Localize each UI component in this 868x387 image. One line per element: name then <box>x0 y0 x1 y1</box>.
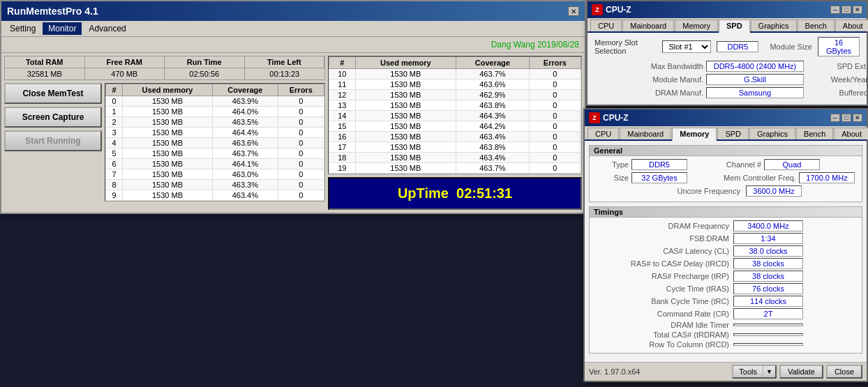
screen-capture-button[interactable]: Screen Capture <box>4 107 102 128</box>
close-memtest-button[interactable]: Close MemTest <box>4 83 102 104</box>
timing-value: 38 clocks <box>733 271 803 282</box>
cpuz2-win-btns: ─ □ ✕ <box>830 114 862 122</box>
timing-label: Total CAS# (tRDRAM) <box>594 331 733 339</box>
uptime-value: 02:51:31 <box>456 185 512 201</box>
stat-value-total-ram: 32581 MB <box>5 68 85 79</box>
cpuz2-tab-mainboard[interactable]: Mainboard <box>620 128 671 139</box>
cpuz2-tab-bench[interactable]: Bench <box>796 128 833 139</box>
stat-value-run-time: 02:50:56 <box>165 68 245 79</box>
menu-advanced[interactable]: Advanced <box>83 22 131 35</box>
cpuz2-title: Z CPU-Z <box>589 112 629 123</box>
module-manuf-value: G.Skill <box>706 74 804 85</box>
table-row: 51530 MB463.7%0 <box>106 149 324 159</box>
timing-label: Row To Column (tRCD) <box>594 340 733 349</box>
cpuz2-tab-about[interactable]: About <box>834 128 868 139</box>
right-th-used: Used memory <box>355 57 456 69</box>
table-row: 71530 MB463.0%0 <box>106 169 324 180</box>
cpuz2-tab-graphics[interactable]: Graphics <box>749 128 795 139</box>
uncore-row: Uncore Frequency 3600.0 MHz <box>594 185 858 197</box>
timing-row: RAS# to CAS# Delay (tRCD)38 clocks <box>594 258 858 269</box>
cpuz2-titlebar: Z CPU-Z ─ □ ✕ <box>585 109 867 126</box>
timing-row: RAS# Precharge (tRP)38 clocks <box>594 271 858 282</box>
cpuz1-tab-spd[interactable]: SPD <box>719 20 750 33</box>
timings-section-title: Timings <box>590 207 862 218</box>
size-label: Size <box>594 174 629 182</box>
uptime-box: UpTime 02:51:31 <box>328 177 582 210</box>
cpuz1-tab-memory[interactable]: Memory <box>675 20 718 31</box>
timing-value: 76 clocks <box>733 283 803 294</box>
right-th-num: # <box>329 57 356 69</box>
cpuz1-titlebar: Z CPU-Z ─ □ ✕ <box>588 1 867 18</box>
user-date: Dang Wang 2019/08/28 <box>491 40 579 50</box>
cpuz2-maximize-button[interactable]: □ <box>841 114 851 122</box>
rmt-menubar: Setting Monitor Advanced <box>1 21 585 37</box>
max-bandwidth-label: Max Bandwidth <box>592 62 703 70</box>
cpuz2-tab-cpu[interactable]: CPU <box>588 128 619 139</box>
stats-row: Total RAM Free RAM Run Time Time Left 32… <box>4 56 325 80</box>
table-row: 41530 MB463.6%0 <box>106 138 324 149</box>
timing-value: 114 clocks <box>733 296 803 307</box>
cpuz2-icon: Z <box>589 112 600 123</box>
rmt-titlebar: RunMemtestPro 4.1 ✕ <box>1 1 585 21</box>
inner-table-wrap: # Used memory Coverage Errors 01530 MB46… <box>105 83 325 202</box>
tools-dropdown[interactable]: Tools ▼ <box>732 365 777 379</box>
table-row: 181530 MB463.4%0 <box>329 153 581 163</box>
timing-value: 1:34 <box>733 233 803 244</box>
cpuz1-tabs: CPU Mainboard Memory SPD Graphics Bench … <box>588 18 867 33</box>
cpuz1-tab-about[interactable]: About <box>835 20 868 31</box>
cpuz1-tab-bench[interactable]: Bench <box>798 20 835 31</box>
cpuz2-tab-spd[interactable]: SPD <box>717 128 749 139</box>
cpuz1-content: Memory Slot Selection Slot #1 DDR5 Modul… <box>588 33 867 105</box>
table-row: 91530 MB463.4%0 <box>106 190 324 201</box>
timing-value <box>733 324 803 326</box>
inner-th-errors: Errors <box>278 84 324 96</box>
table-row: 151530 MB464.2%0 <box>329 121 581 132</box>
cpuz2-footer: Ver. 1.97.0.x64 Tools ▼ Validate Close <box>585 362 867 381</box>
cpuz2-close-button[interactable]: ✕ <box>853 114 862 122</box>
max-bandwidth-value: DDR5-4800 (2400 MHz) <box>706 61 804 72</box>
cpuz1-minimize-button[interactable]: ─ <box>830 6 840 14</box>
right-table: # Used memory Coverage Errors 101530 MB4… <box>329 56 581 174</box>
cpuz1-tab-cpu[interactable]: CPU <box>590 20 622 31</box>
cpuz2-minimize-button[interactable]: ─ <box>830 114 840 122</box>
right-th-coverage: Coverage <box>456 57 530 69</box>
tools-arrow[interactable]: ▼ <box>763 366 775 377</box>
cpuz-window-2: Z CPU-Z ─ □ ✕ CPU Mainboard Memory SPD G… <box>583 108 868 382</box>
rmt-header-bar: Dang Wang 2019/08/28 <box>1 37 585 53</box>
cpuz1-tab-mainboard[interactable]: Mainboard <box>622 20 674 31</box>
right-table-wrap: # Used memory Coverage Errors 101530 MB4… <box>328 56 582 174</box>
timing-value: 2T <box>733 308 803 319</box>
slot-select-row: Memory Slot Selection Slot #1 DDR5 Modul… <box>592 37 862 56</box>
timing-label: CAS# Latency (CL) <box>594 247 733 255</box>
table-row: 131530 MB463.8%0 <box>329 100 581 111</box>
menu-setting[interactable]: Setting <box>4 22 41 35</box>
cpuz2-version: Ver. 1.97.0.x64 <box>589 367 640 376</box>
cpuz2-tab-memory[interactable]: Memory <box>672 128 717 141</box>
week-year-label: Week/Year <box>812 75 868 84</box>
timing-row: Command Rate (CR)2T <box>594 308 858 319</box>
general-section-title: General <box>590 146 862 156</box>
tools-button[interactable]: Tools <box>733 366 763 377</box>
table-row: 61530 MB464.1%0 <box>106 159 324 169</box>
timing-row: CAS# Latency (CL)38.0 clocks <box>594 245 858 257</box>
cpuz1-tab-graphics[interactable]: Graphics <box>751 20 797 31</box>
cpuz1-maximize-button[interactable]: □ <box>841 6 851 14</box>
menu-monitor[interactable]: Monitor <box>43 22 82 35</box>
table-row: 31530 MB464.4%0 <box>106 128 324 138</box>
slot-select-dropdown[interactable]: Slot #1 <box>662 40 711 53</box>
timing-value <box>733 333 803 336</box>
stat-value-free-ram: 470 MB <box>85 68 165 79</box>
table-row: 01530 MB463.9%0 <box>106 96 324 107</box>
close-cpuz2-button[interactable]: Close <box>826 365 862 379</box>
timing-label: RAS# to CAS# Delay (tRCD) <box>594 259 733 268</box>
timing-value: 38.0 clocks <box>733 245 803 257</box>
timing-label: Cycle Time (tRAS) <box>594 284 733 293</box>
stat-value-time-left: 00:13:23 <box>245 68 325 79</box>
type-value: DDR5 <box>631 159 687 170</box>
rmt-close-button[interactable]: ✕ <box>568 6 579 16</box>
timing-row: Cycle Time (tRAS)76 clocks <box>594 283 858 294</box>
cpuz1-close-button[interactable]: ✕ <box>853 6 862 14</box>
start-running-button[interactable]: Start Running <box>4 130 102 151</box>
validate-button[interactable]: Validate <box>779 365 823 379</box>
table-row: 101530 MB463.7%0 <box>329 69 581 79</box>
